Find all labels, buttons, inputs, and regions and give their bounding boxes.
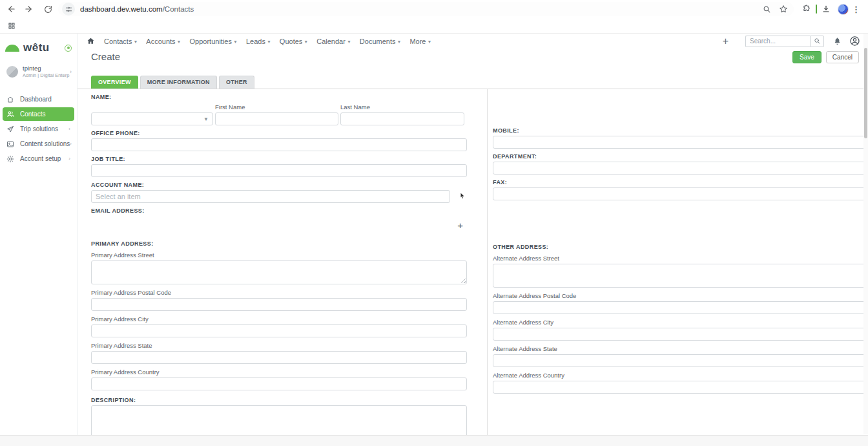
bookmarks-bar [0, 18, 868, 34]
office-phone-label: OFFICE PHONE: [91, 130, 467, 136]
browser-profile-avatar[interactable] [836, 3, 849, 16]
department-label: DEPARTMENT: [493, 153, 868, 160]
name-row: ▼ First Name Last Name [91, 103, 467, 125]
nav-accounts[interactable]: Accounts▼ [146, 37, 181, 45]
chevron-down-icon: ▼ [233, 39, 238, 44]
home-icon [6, 95, 15, 103]
job-title-label: JOB TITLE: [91, 156, 467, 162]
user-menu-chevron-icon: › [70, 69, 72, 75]
download-icon[interactable] [820, 3, 832, 16]
sidebar-toggle-icon[interactable] [65, 45, 72, 52]
last-name-label: Last Name [340, 103, 464, 111]
gear-icon [6, 154, 15, 163]
primary-street-field[interactable] [91, 260, 467, 284]
alternate-street-label: Alternate Address Street [493, 255, 868, 262]
tab-other[interactable]: OTHER [219, 76, 254, 89]
primary-postal-field[interactable] [91, 298, 467, 311]
alternate-street-field[interactable] [493, 264, 868, 288]
extensions-icon[interactable] [800, 3, 813, 16]
scrollbar-thumb[interactable] [864, 48, 867, 138]
logo-text: wêtu [23, 41, 50, 54]
sidebar-item-trip-solutions[interactable]: Trip solutions › [3, 122, 74, 136]
save-button[interactable]: Save [792, 51, 822, 63]
department-field[interactable] [493, 162, 868, 175]
sidebar-item-account-setup[interactable]: Account setup › [3, 152, 74, 165]
mobile-field[interactable] [493, 136, 868, 149]
primary-state-field[interactable] [91, 351, 467, 364]
nav-quotes[interactable]: Quotes▼ [280, 37, 308, 45]
alternate-state-field[interactable] [493, 354, 868, 367]
browser-menu-icon[interactable]: ⋮ [849, 5, 863, 14]
site-info-icon[interactable] [62, 3, 75, 16]
wetu-arch-icon [5, 45, 19, 52]
fax-field[interactable] [493, 187, 868, 200]
logo: wêtu [0, 39, 77, 61]
chevron-down-icon: ▼ [177, 39, 181, 44]
sidebar-item-label: Contacts [20, 111, 45, 118]
primary-country-field[interactable] [91, 377, 467, 390]
nav-opportunities[interactable]: Opportunities▼ [190, 37, 238, 45]
nav-leads[interactable]: Leads▼ [246, 37, 271, 45]
user-menu[interactable]: tpinteg Admin | Digital Enterp... › [0, 61, 77, 86]
paper-plane-icon [6, 125, 15, 133]
salutation-select[interactable]: ▼ [91, 112, 213, 125]
main-area: Contacts▼ Accounts▼ Opportunities▼ Leads… [78, 34, 868, 446]
email-address-label: EMAIL ADDRESS: [91, 207, 467, 214]
refresh-icon[interactable] [41, 3, 54, 16]
sidebar-item-content-solutions[interactable]: Content solutions › [3, 137, 74, 151]
nav-documents[interactable]: Documents▼ [360, 37, 402, 45]
quick-add-icon[interactable]: + [723, 36, 728, 47]
user-avatar [6, 66, 18, 78]
browser-toolbar: dashboard.dev.wetu.com/Contacts ⋮ [0, 0, 868, 18]
account-lookup-cursor-icon[interactable] [459, 192, 466, 200]
alternate-country-field[interactable] [493, 381, 868, 394]
add-email-icon[interactable]: + [457, 220, 463, 230]
zoom-icon[interactable] [760, 3, 773, 16]
app-frame: wêtu tpinteg Admin | Digital Enterp... ›… [0, 34, 868, 446]
url-text: dashboard.dev.wetu.com/Contacts [80, 5, 194, 13]
tab-more-information[interactable]: MORE INFORMATION [140, 76, 217, 89]
chevron-down-icon: ▼ [267, 39, 271, 44]
alternate-postal-label: Alternate Address Postal Code [493, 292, 868, 299]
address-bar[interactable]: dashboard.dev.wetu.com/Contacts [58, 2, 794, 16]
url-host: dashboard.dev.wetu.com [80, 5, 163, 13]
alternate-postal-field[interactable] [493, 301, 868, 314]
last-name-field[interactable] [340, 112, 464, 125]
app-navbar: Contacts▼ Accounts▼ Opportunities▼ Leads… [78, 34, 868, 48]
office-phone-field[interactable] [91, 138, 467, 151]
bookmark-star-icon[interactable] [777, 3, 790, 16]
cancel-button[interactable]: Cancel [826, 51, 859, 63]
right-column-spacer [493, 89, 868, 123]
alternate-city-field[interactable] [493, 328, 868, 341]
nav-calendar[interactable]: Calendar▼ [316, 37, 351, 45]
apps-grid-icon[interactable] [5, 19, 18, 32]
job-title-field[interactable] [91, 164, 467, 177]
nav-home-icon[interactable] [87, 37, 95, 45]
name-section-label: NAME: [91, 94, 467, 100]
back-icon[interactable] [5, 3, 18, 16]
nav-more[interactable]: More▼ [409, 37, 431, 45]
column-divider [487, 89, 488, 435]
first-name-field[interactable] [215, 112, 338, 125]
chevron-down-icon: ▼ [203, 116, 209, 122]
primary-city-field[interactable] [91, 324, 467, 337]
contacts-icon [6, 110, 15, 118]
notifications-bell-icon[interactable] [833, 37, 842, 45]
search-icon[interactable] [810, 36, 824, 47]
contact-create-form: NAME: ▼ First Name Last Name [78, 89, 868, 446]
tab-overview[interactable]: OVERVIEW [91, 76, 138, 89]
sidebar-item-contacts[interactable]: Contacts [3, 107, 74, 121]
search-input[interactable] [745, 36, 810, 47]
profile-avatar-icon[interactable] [849, 36, 860, 47]
sidebar-item-dashboard[interactable]: Dashboard [3, 92, 74, 106]
account-name-field[interactable] [91, 190, 450, 203]
nav-contacts[interactable]: Contacts▼ [104, 37, 138, 45]
page-scrollbar[interactable] [863, 34, 868, 434]
primary-postal-label: Primary Address Postal Code [91, 289, 467, 296]
chevron-right-icon: › [70, 141, 72, 147]
description-label: DESCRIPTION: [91, 397, 467, 403]
url-path: /Contacts [163, 5, 194, 13]
fax-label: FAX: [493, 179, 868, 186]
alternate-street-wrap [493, 264, 868, 288]
forward-icon[interactable] [22, 3, 35, 16]
